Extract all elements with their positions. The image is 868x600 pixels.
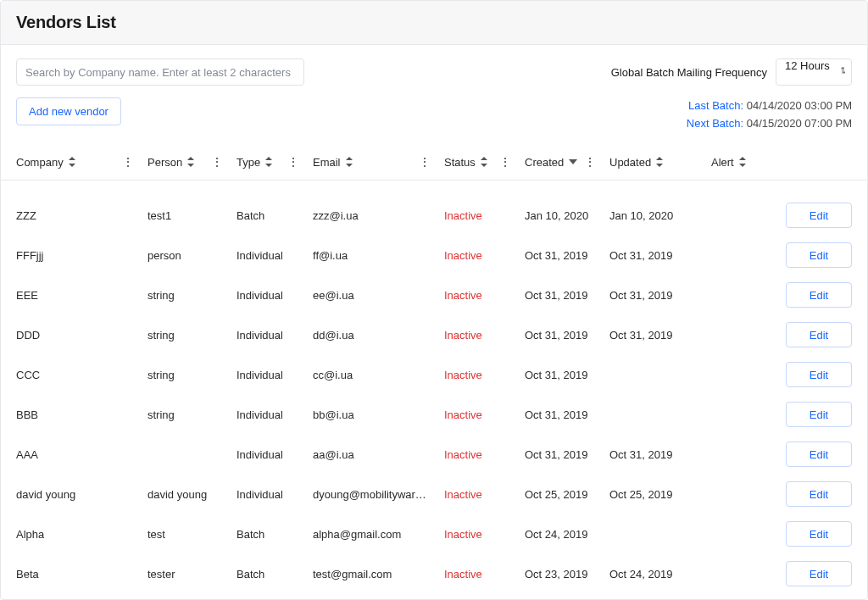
cell-company: BBB bbox=[16, 408, 38, 421]
card-header: Vendors List bbox=[1, 1, 867, 45]
cell-created: Oct 31, 2019 bbox=[525, 448, 587, 461]
cell-created: Oct 31, 2019 bbox=[525, 329, 587, 342]
column-menu-icon[interactable]: ⋮ bbox=[584, 155, 593, 169]
cell-created: Jan 10, 2020 bbox=[525, 209, 588, 222]
cell-person: string bbox=[147, 369, 175, 381]
edit-button[interactable]: Edit bbox=[786, 322, 852, 347]
column-header-alert[interactable]: Alert bbox=[711, 156, 758, 169]
cell-company: DDD bbox=[16, 329, 40, 342]
edit-button[interactable]: Edit bbox=[786, 521, 852, 547]
cell-updated: Oct 31, 2019 bbox=[609, 448, 672, 461]
column-header-email[interactable]: Email ⋮ bbox=[313, 155, 444, 169]
sort-icon bbox=[187, 157, 194, 167]
cell-status: Inactive bbox=[444, 329, 482, 342]
vendors-table: Company ⋮ Person ⋮ Type ⋮ Email ⋮ Status bbox=[1, 145, 867, 594]
cell-created: Oct 31, 2019 bbox=[525, 249, 587, 262]
cell-status: Inactive bbox=[444, 528, 482, 541]
cell-created: Oct 31, 2019 bbox=[525, 369, 587, 381]
cell-status: Inactive bbox=[444, 369, 482, 381]
edit-button[interactable]: Edit bbox=[786, 362, 852, 387]
edit-button[interactable]: Edit bbox=[786, 242, 852, 268]
column-header-company[interactable]: Company ⋮ bbox=[16, 155, 147, 169]
table-row: CCCstringIndividualcc@i.uaInactiveOct 31… bbox=[1, 355, 867, 395]
column-header-created[interactable]: Created ⋮ bbox=[525, 155, 609, 169]
table-header-row: Company ⋮ Person ⋮ Type ⋮ Email ⋮ Status bbox=[1, 145, 867, 181]
cell-type: Individual bbox=[236, 448, 283, 461]
column-header-person[interactable]: Person ⋮ bbox=[147, 155, 236, 169]
edit-button[interactable]: Edit bbox=[786, 282, 852, 308]
table-row: BetatesterBatchtest@gmail.comInactiveOct… bbox=[1, 554, 867, 594]
table-row: AlphatestBatchalpha@gmail.comInactiveOct… bbox=[1, 514, 867, 554]
column-menu-icon[interactable]: ⋮ bbox=[287, 155, 296, 169]
cell-created: Oct 31, 2019 bbox=[525, 289, 587, 302]
cell-status: Inactive bbox=[444, 448, 482, 461]
edit-button[interactable]: Edit bbox=[786, 203, 852, 228]
table-row: FFFjjjpersonIndividualff@i.uaInactiveOct… bbox=[1, 236, 867, 275]
sort-icon bbox=[739, 157, 746, 167]
table-row: DDDstringIndividualdd@i.uaInactiveOct 31… bbox=[1, 315, 867, 355]
column-menu-icon[interactable]: ⋮ bbox=[122, 155, 131, 169]
table-row: ZZZtest1Batchzzz@i.uaInactiveJan 10, 202… bbox=[1, 196, 867, 236]
next-batch-value: 04/15/2020 07:00 PM bbox=[747, 117, 852, 130]
cell-person: test1 bbox=[147, 209, 171, 222]
cell-type: Batch bbox=[236, 209, 264, 222]
cell-status: Inactive bbox=[444, 408, 482, 421]
edit-button[interactable]: Edit bbox=[786, 481, 852, 507]
table-row: BBBstringIndividualbb@i.uaInactiveOct 31… bbox=[1, 395, 867, 435]
sort-desc-icon bbox=[569, 159, 577, 164]
edit-button[interactable]: Edit bbox=[786, 402, 852, 427]
table-row: AAAIndividualaa@i.uaInactiveOct 31, 2019… bbox=[1, 435, 867, 475]
cell-created: Oct 31, 2019 bbox=[525, 408, 587, 421]
sort-icon bbox=[69, 157, 75, 167]
cell-email: alpha@gmail.com bbox=[313, 528, 401, 541]
cell-updated: Oct 31, 2019 bbox=[609, 249, 672, 262]
sort-icon bbox=[346, 157, 353, 167]
column-menu-icon[interactable]: ⋮ bbox=[499, 155, 508, 169]
next-batch-label: Next Batch: bbox=[687, 117, 743, 130]
cell-company: david young bbox=[16, 488, 75, 501]
cell-created: Oct 25, 2019 bbox=[525, 488, 587, 501]
cell-type: Batch bbox=[236, 568, 264, 581]
cell-type: Individual bbox=[236, 369, 283, 381]
cell-company: ZZZ bbox=[16, 209, 36, 222]
search-input[interactable] bbox=[16, 58, 304, 86]
cell-email: bb@i.ua bbox=[313, 408, 354, 421]
cell-type: Individual bbox=[236, 408, 283, 421]
cell-person: david young bbox=[147, 488, 207, 501]
cell-company: Beta bbox=[16, 568, 39, 581]
cell-updated: Oct 25, 2019 bbox=[609, 488, 672, 501]
cell-updated: Oct 24, 2019 bbox=[609, 568, 672, 581]
cell-email: test@gmail.com bbox=[313, 568, 392, 581]
cell-email: dd@i.ua bbox=[313, 329, 354, 342]
cell-company: Alpha bbox=[16, 528, 44, 541]
cell-status: Inactive bbox=[444, 568, 482, 581]
column-menu-icon[interactable]: ⋮ bbox=[211, 155, 220, 169]
cell-company: AAA bbox=[16, 448, 38, 461]
last-batch-value: 04/14/2020 03:00 PM bbox=[747, 99, 852, 112]
column-header-type[interactable]: Type ⋮ bbox=[236, 155, 313, 169]
table-row: EEEstringIndividualee@i.uaInactiveOct 31… bbox=[1, 275, 867, 315]
sort-icon bbox=[481, 157, 487, 167]
cell-status: Inactive bbox=[444, 289, 482, 302]
frequency-control: Global Batch Mailing Frequency 12 Hours bbox=[611, 58, 852, 86]
add-new-vendor-button[interactable]: Add new vendor bbox=[16, 97, 121, 125]
cell-person: test bbox=[147, 528, 165, 541]
cell-type: Individual bbox=[236, 249, 283, 262]
cell-created: Oct 23, 2019 bbox=[525, 568, 587, 581]
cell-type: Individual bbox=[236, 289, 283, 302]
cell-person: string bbox=[147, 329, 175, 342]
cell-created: Oct 24, 2019 bbox=[525, 528, 587, 541]
column-header-updated[interactable]: Updated bbox=[609, 156, 711, 169]
cell-person: person bbox=[147, 249, 181, 262]
edit-button[interactable]: Edit bbox=[786, 561, 852, 586]
edit-button[interactable]: Edit bbox=[786, 442, 852, 467]
cell-person: tester bbox=[147, 568, 175, 581]
last-batch-label: Last Batch: bbox=[688, 99, 743, 112]
cell-type: Batch bbox=[236, 528, 264, 541]
column-header-status[interactable]: Status ⋮ bbox=[444, 155, 525, 169]
cell-updated: Oct 31, 2019 bbox=[609, 289, 672, 302]
cell-person: string bbox=[147, 289, 175, 302]
frequency-select[interactable]: 12 Hours bbox=[776, 58, 852, 86]
cell-email: ee@i.ua bbox=[313, 289, 354, 302]
column-menu-icon[interactable]: ⋮ bbox=[419, 155, 427, 169]
